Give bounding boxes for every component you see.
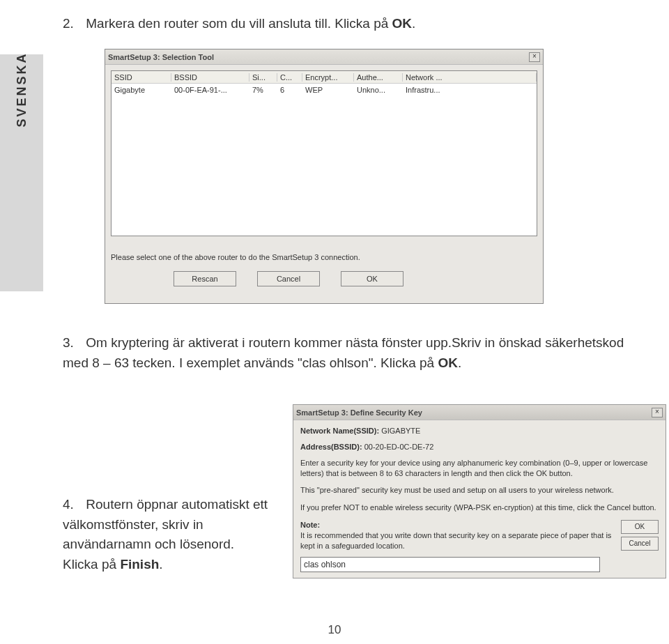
step-2-text: 2. Markera den router som du vill anslut…	[63, 14, 655, 34]
window-body: SSID BSSID Si... C... Encrypt... Authe..…	[105, 65, 543, 303]
step-2-number: 2.	[63, 14, 82, 34]
close-icon[interactable]: ×	[652, 408, 663, 417]
side-buttons: OK Cancel	[621, 520, 659, 551]
window-buttons: Rescan Cancel OK	[111, 271, 537, 298]
note-block: Note: It is recommended that you write d…	[300, 520, 615, 572]
step-2-ok: OK	[392, 16, 413, 31]
window-titlebar: SmartSetup 3: Define Security Key ×	[293, 405, 666, 420]
note-text: It is recommended that you write down th…	[300, 530, 615, 551]
ssid-row: Network Name(SSID): GIGABYTE	[300, 426, 659, 436]
step-4-text: 4. Routern öppnar automatiskt ett välkom…	[63, 495, 272, 574]
sidebar-language-label: SVENSKA	[15, 52, 29, 127]
note-label: Note:	[300, 520, 615, 530]
ok-button[interactable]: OK	[621, 520, 659, 534]
col-channel[interactable]: C...	[277, 73, 302, 82]
col-encrypt[interactable]: Encrypt...	[302, 73, 354, 82]
security-key-window: SmartSetup 3: Define Security Key × Netw…	[293, 404, 666, 578]
cell-signal: 7%	[249, 86, 277, 94]
ok-button[interactable]: OK	[341, 271, 403, 286]
table-empty-area	[112, 96, 537, 236]
window-titlebar: SmartSetup 3: Selection Tool ×	[105, 49, 543, 65]
step-3-ok: OK	[438, 355, 458, 370]
window-title: SmartSetup 3: Define Security Key	[296, 408, 422, 417]
step-2: 2. Markera den router som du vill anslut…	[63, 14, 655, 41]
col-network[interactable]: Network ...	[403, 73, 537, 82]
col-auth[interactable]: Authe...	[354, 73, 403, 82]
cancel-button[interactable]: Cancel	[621, 537, 659, 551]
step-3-body: Om kryptering är aktiverat i routern kom…	[63, 335, 624, 370]
cell-channel: 6	[277, 86, 302, 94]
router-table: SSID BSSID Si... C... Encrypt... Authe..…	[111, 70, 537, 236]
step-3-text: 3. Om kryptering är aktiverat i routern …	[63, 333, 641, 373]
rescan-button[interactable]: Rescan	[174, 271, 236, 286]
ssid-label: Network Name(SSID):	[300, 427, 379, 435]
page-number: 10	[0, 623, 669, 637]
bssid-label: Address(BSSID):	[300, 443, 362, 451]
selection-prompt: Please select one of the above router to…	[111, 253, 537, 261]
col-bssid[interactable]: BSSID	[171, 73, 249, 82]
step-4-suffix: .	[159, 557, 162, 572]
note-row: Note: It is recommended that you write d…	[300, 520, 659, 572]
security-key-input[interactable]: clas ohlson	[300, 557, 600, 572]
step-4-number: 4.	[63, 495, 82, 515]
col-ssid[interactable]: SSID	[112, 73, 171, 82]
table-header-row: SSID BSSID Si... C... Encrypt... Authe..…	[112, 71, 537, 84]
window-body: Network Name(SSID): GIGABYTE Address(BSS…	[293, 420, 666, 578]
step-4-finish: Finish	[120, 557, 159, 572]
window-title: SmartSetup 3: Selection Tool	[108, 53, 214, 61]
step-3-number: 3.	[63, 333, 82, 353]
step-4: 4. Routern öppnar automatiskt ett välkom…	[63, 495, 272, 581]
instruction-3: If you prefer NOT to enable wireless sec…	[300, 503, 659, 513]
step-2-suffix: .	[412, 16, 415, 31]
sidebar-language-tab: SVENSKA	[0, 54, 43, 291]
cell-encrypt: WEP	[302, 86, 354, 94]
close-icon[interactable]: ×	[529, 52, 540, 62]
instruction-2: This "pre-shared" security key must be u…	[300, 485, 659, 496]
bssid-value: 00-20-ED-0C-DE-72	[364, 443, 434, 451]
selection-tool-window: SmartSetup 3: Selection Tool × SSID BSSI…	[105, 49, 544, 304]
cell-auth: Unkno...	[354, 86, 403, 94]
cell-network: Infrastru...	[403, 86, 537, 94]
step-3-suffix: .	[458, 355, 461, 370]
cell-bssid: 00-0F-EA-91-...	[171, 86, 249, 94]
table-row[interactable]: Gigabyte 00-0F-EA-91-... 7% 6 WEP Unkno.…	[112, 84, 537, 96]
instruction-1: Enter a security key for your device usi…	[300, 458, 659, 479]
step-3: 3. Om kryptering är aktiverat i routern …	[63, 333, 641, 380]
col-signal[interactable]: Si...	[249, 73, 277, 82]
cell-ssid: Gigabyte	[112, 86, 171, 94]
ssid-value: GIGABYTE	[381, 427, 420, 435]
step-2-body: Markera den router som du vill ansluta t…	[86, 16, 392, 31]
cancel-button[interactable]: Cancel	[257, 271, 320, 286]
bssid-row: Address(BSSID): 00-20-ED-0C-DE-72	[300, 442, 659, 452]
step-4-body: Routern öppnar automatiskt ett välkomstf…	[63, 497, 268, 572]
